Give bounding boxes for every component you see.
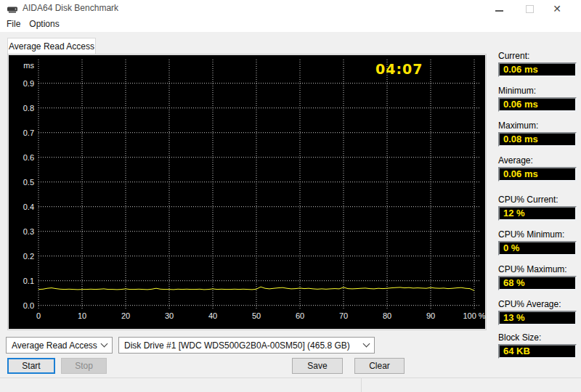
stat-label: Block Size: bbox=[498, 332, 577, 342]
svg-text:20: 20 bbox=[121, 311, 130, 320]
stat-item: Average: 0.06 ms bbox=[498, 155, 577, 181]
stat-item: CPU% Average: 13 % bbox=[498, 299, 577, 325]
title-bar: AIDA64 Disk Benchmark ✕ File Options bbox=[0, 0, 581, 32]
svg-text:0.2: 0.2 bbox=[23, 252, 34, 261]
svg-text:0.8: 0.8 bbox=[23, 104, 34, 113]
window-title: AIDA64 Disk Benchmark bbox=[23, 3, 118, 13]
stat-value: 0 % bbox=[498, 241, 577, 256]
status-bar-divider bbox=[0, 377, 581, 378]
chevron-down-icon bbox=[101, 340, 108, 348]
stat-item: CPU% Minimum: 0 % bbox=[498, 229, 577, 256]
svg-text:60: 60 bbox=[296, 311, 304, 320]
stat-value: 0.06 ms bbox=[498, 167, 577, 181]
stat-label: Minimum: bbox=[498, 86, 577, 95]
svg-text:0.4: 0.4 bbox=[23, 203, 34, 211]
maximize-icon bbox=[526, 5, 534, 13]
stat-item: Current: 0.06 ms bbox=[498, 51, 577, 77]
svg-text:90: 90 bbox=[426, 311, 435, 320]
svg-text:70: 70 bbox=[339, 311, 348, 320]
svg-text:0.1: 0.1 bbox=[23, 277, 34, 285]
benchmark-type-select[interactable]: Average Read Access bbox=[6, 337, 113, 354]
svg-text:50: 50 bbox=[252, 311, 261, 320]
stat-label: CPU% Average: bbox=[498, 299, 577, 309]
stat-value: 64 KB bbox=[498, 344, 577, 359]
save-button[interactable]: Save bbox=[292, 358, 343, 374]
svg-text:40: 40 bbox=[208, 311, 217, 320]
svg-text:ms: ms bbox=[23, 61, 34, 70]
chart-svg: 0102030405060708090100 %0.00.10.20.30.40… bbox=[9, 55, 485, 329]
tab-average-read-access[interactable]: Average Read Access bbox=[7, 38, 96, 55]
stat-item: Block Size: 64 KB bbox=[498, 332, 577, 359]
stat-value: 68 % bbox=[498, 276, 577, 290]
stat-value: 0.06 ms bbox=[498, 97, 577, 112]
stat-item: Minimum: 0.06 ms bbox=[498, 86, 577, 112]
stat-item: CPU% Current: 12 % bbox=[498, 195, 577, 221]
chevron-down-icon bbox=[363, 340, 370, 348]
elapsed-timer: 04:07 bbox=[375, 61, 426, 77]
app-window: AIDA64 Disk Benchmark ✕ File Options Ave… bbox=[0, 0, 581, 392]
svg-text:0.7: 0.7 bbox=[23, 128, 34, 137]
stat-label: Maximum: bbox=[498, 121, 577, 130]
minimize-icon bbox=[495, 10, 503, 12]
stats-panel: Current: 0.06 ms Minimum: 0.06 ms Maximu… bbox=[498, 51, 577, 367]
svg-text:0.5: 0.5 bbox=[23, 178, 34, 187]
svg-text:0.0: 0.0 bbox=[23, 301, 34, 310]
menu-bar: File Options bbox=[0, 17, 68, 32]
stat-label: CPU% Minimum: bbox=[498, 229, 577, 239]
stat-label: Current: bbox=[498, 51, 577, 60]
stat-value: 13 % bbox=[498, 311, 577, 325]
menu-file[interactable]: File bbox=[6, 17, 28, 32]
close-button[interactable]: ✕ bbox=[546, 0, 568, 17]
stat-value: 12 % bbox=[498, 206, 577, 221]
disk-drive-value: Disk Drive #1 [WDC WDS500G2B0A-00SM50] (… bbox=[124, 340, 350, 351]
minimize-button[interactable] bbox=[488, 0, 510, 17]
stat-label: CPU% Current: bbox=[498, 195, 577, 204]
maximize-button[interactable] bbox=[519, 0, 540, 17]
svg-text:80: 80 bbox=[383, 311, 391, 320]
stat-label: CPU% Maximum: bbox=[498, 264, 577, 274]
svg-text:0.3: 0.3 bbox=[23, 227, 34, 236]
benchmark-chart: 0102030405060708090100 %0.00.10.20.30.40… bbox=[9, 55, 485, 329]
stat-item: CPU% Maximum: 68 % bbox=[498, 264, 577, 290]
stop-button[interactable]: Stop bbox=[61, 358, 107, 374]
svg-text:10: 10 bbox=[78, 311, 86, 320]
status-bar-pane-divider bbox=[361, 378, 362, 392]
stat-value: 0.06 ms bbox=[498, 62, 577, 77]
start-button[interactable]: Start bbox=[7, 358, 55, 374]
app-icon bbox=[7, 4, 18, 16]
disk-drive-select[interactable]: Disk Drive #1 [WDC WDS500G2B0A-00SM50] (… bbox=[118, 337, 375, 354]
clear-button[interactable]: Clear bbox=[354, 358, 405, 374]
stat-label: Average: bbox=[498, 155, 577, 165]
svg-text:0.9: 0.9 bbox=[23, 79, 34, 88]
stat-item: Maximum: 0.08 ms bbox=[498, 121, 577, 147]
svg-text:30: 30 bbox=[165, 311, 174, 320]
svg-text:0.6: 0.6 bbox=[23, 153, 34, 162]
stat-value: 0.08 ms bbox=[498, 132, 577, 147]
svg-text:100 %: 100 % bbox=[463, 311, 485, 320]
benchmark-type-value: Average Read Access bbox=[12, 340, 97, 351]
svg-text:0: 0 bbox=[36, 311, 41, 320]
close-icon: ✕ bbox=[553, 3, 561, 15]
menu-options[interactable]: Options bbox=[28, 17, 67, 32]
